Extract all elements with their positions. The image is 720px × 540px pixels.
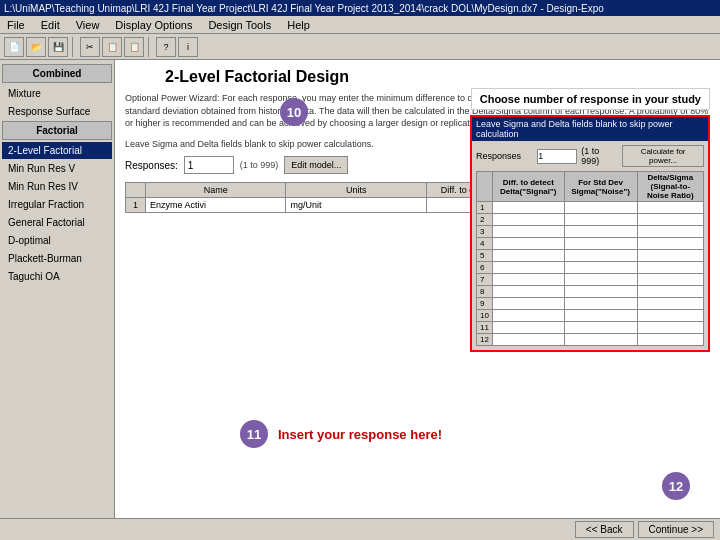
popup-row-num: 8: [477, 286, 493, 298]
popup-table-row: 5: [477, 250, 704, 262]
toolbar-open[interactable]: 📂: [26, 37, 46, 57]
callout-text: Choose number of response in your study: [480, 93, 701, 105]
popup-row-ratio: [637, 262, 703, 274]
toolbar-copy[interactable]: 📋: [102, 37, 122, 57]
popup-table-row: 12: [477, 334, 704, 346]
popup-table-row: 3: [477, 226, 704, 238]
popup-responses-label: Responses: [476, 151, 533, 161]
popup-row-ratio: [637, 250, 703, 262]
popup-row-d: [492, 322, 564, 334]
toolbar-paste[interactable]: 📋: [124, 37, 144, 57]
popup-row-d: [492, 214, 564, 226]
popup-row-s: [564, 214, 637, 226]
menu-help[interactable]: Help: [284, 18, 313, 32]
popup-title: Leave Sigma and Delta fields blank to sk…: [472, 117, 708, 141]
bottom-bar: << Back Continue >>: [0, 518, 720, 540]
popup-row-ratio: [637, 298, 703, 310]
responses-label: Responses:: [125, 160, 178, 171]
menu-design-tools[interactable]: Design Tools: [205, 18, 274, 32]
popup-row-d: [492, 286, 564, 298]
popup-row-d: [492, 310, 564, 322]
popup-row-num: 9: [477, 298, 493, 310]
popup-table-row: 8: [477, 286, 704, 298]
sidebar: Combined Mixture Response Surface Factor…: [0, 60, 115, 518]
popup-table-row: 2: [477, 214, 704, 226]
toolbar-sep1: [72, 37, 76, 57]
menu-bar: File Edit View Display Options Design To…: [0, 16, 720, 34]
popup-row-s: [564, 202, 637, 214]
continue-button[interactable]: Continue >>: [638, 521, 715, 538]
popup-row-d: [492, 238, 564, 250]
toolbar-save[interactable]: 💾: [48, 37, 68, 57]
popup-row-num: 4: [477, 238, 493, 250]
popup-table-row: 10: [477, 310, 704, 322]
popup-row-num: 12: [477, 334, 493, 346]
responses-input[interactable]: [184, 156, 234, 174]
sidebar-item-2level-factorial[interactable]: 2-Level Factorial: [2, 142, 112, 159]
sidebar-item-mixture[interactable]: Mixture: [2, 85, 112, 102]
toolbar-info[interactable]: i: [178, 37, 198, 57]
popup-table-row: 9: [477, 298, 704, 310]
popup-range-hint: (1 to 999): [581, 146, 618, 166]
toolbar-cut[interactable]: ✂: [80, 37, 100, 57]
popup-row-ratio: [637, 334, 703, 346]
sidebar-group-combined[interactable]: Combined: [2, 64, 112, 83]
menu-file[interactable]: File: [4, 18, 28, 32]
toolbar-new[interactable]: 📄: [4, 37, 24, 57]
popup-col-num: [477, 172, 493, 202]
title-text: L:\UniMAP\Teaching Unimap\LRI 42J Final …: [4, 3, 604, 14]
popup-row-num: 5: [477, 250, 493, 262]
popup-row-s: [564, 310, 637, 322]
popup-calc-power-button[interactable]: Calculate for power...: [622, 145, 704, 167]
step11-area: 11 Insert your response here!: [240, 420, 442, 448]
popup-row-num: 7: [477, 274, 493, 286]
units-input[interactable]: [290, 200, 421, 210]
menu-view[interactable]: View: [73, 18, 103, 32]
popup-row-ratio: [637, 286, 703, 298]
popup-row-s: [564, 286, 637, 298]
menu-edit[interactable]: Edit: [38, 18, 63, 32]
popup-row-s: [564, 322, 637, 334]
row-name-cell: [146, 198, 286, 213]
step11-label: Insert your response here!: [278, 427, 442, 442]
popup-row-s: [564, 238, 637, 250]
edit-model-button[interactable]: Edit model...: [284, 156, 348, 174]
popup-row-s: [564, 226, 637, 238]
sidebar-item-taguchi-oa[interactable]: Taguchi OA: [2, 268, 112, 285]
popup-row-d: [492, 334, 564, 346]
popup-row-s: [564, 298, 637, 310]
content-area: Choose number of response in your study …: [115, 60, 720, 518]
bubble-11: 11: [240, 420, 268, 448]
popup-row-num: 2: [477, 214, 493, 226]
popup-row-ratio: [637, 202, 703, 214]
popup-table-row: 7: [477, 274, 704, 286]
back-button[interactable]: << Back: [575, 521, 634, 538]
name-input[interactable]: [150, 200, 281, 210]
sidebar-item-min-run-res-v[interactable]: Min Run Res V: [2, 160, 112, 177]
popup-responses-row: Responses (1 to 999) Calculate for power…: [476, 145, 704, 167]
popup-responses-input[interactable]: [537, 149, 577, 164]
popup-row-d: [492, 202, 564, 214]
row-num: 1: [126, 198, 146, 213]
bubble-12: 12: [662, 472, 690, 500]
sidebar-item-response-surface[interactable]: Response Surface: [2, 103, 112, 120]
sidebar-group-factorial[interactable]: Factorial: [2, 121, 112, 140]
popup-table-row: 1: [477, 202, 704, 214]
col-header-units: Units: [286, 183, 426, 198]
popup-row-num: 3: [477, 226, 493, 238]
popup-row-d: [492, 274, 564, 286]
popup-row-s: [564, 334, 637, 346]
sidebar-item-general-factorial[interactable]: General Factorial: [2, 214, 112, 231]
sidebar-item-irregular-fraction[interactable]: Irregular Fraction: [2, 196, 112, 213]
sidebar-item-d-optimal[interactable]: D-optimal: [2, 232, 112, 249]
toolbar-help[interactable]: ?: [156, 37, 176, 57]
popup-row-ratio: [637, 238, 703, 250]
menu-display-options[interactable]: Display Options: [112, 18, 195, 32]
sidebar-item-plackett-burman[interactable]: Plackett-Burman: [2, 250, 112, 267]
popup-row-ratio: [637, 226, 703, 238]
popup-panel: Leave Sigma and Delta fields blank to sk…: [470, 115, 710, 352]
popup-row-ratio: [637, 274, 703, 286]
sidebar-item-min-run-res-iv[interactable]: Min Run Res IV: [2, 178, 112, 195]
popup-col-ratio: Delta/Sigma (Signal-to-Noise Ratio): [637, 172, 703, 202]
popup-row-d: [492, 250, 564, 262]
